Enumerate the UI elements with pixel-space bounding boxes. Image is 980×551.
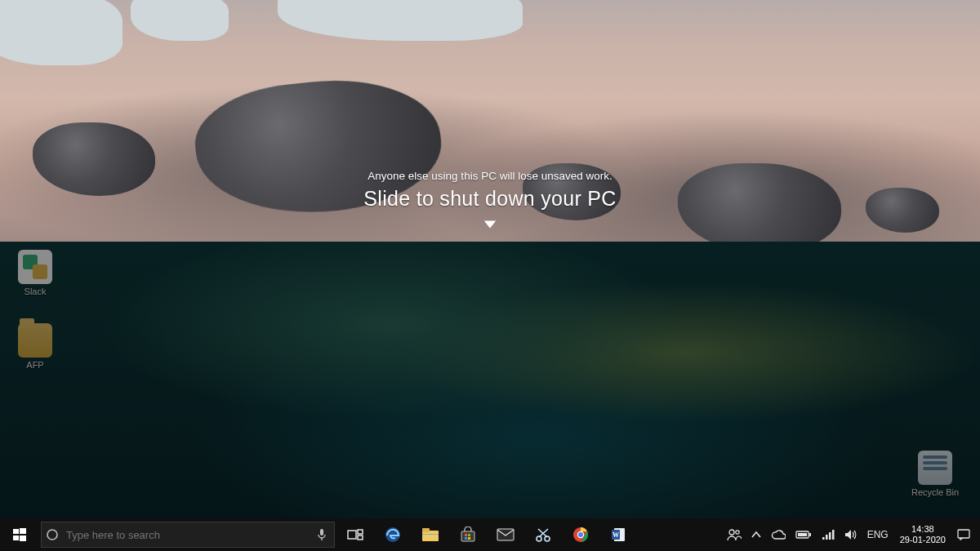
taskbar: W [0,518,980,551]
svg-rect-41 [958,530,969,538]
tray-network[interactable] [817,529,840,540]
mail-button[interactable] [487,518,524,551]
chrome-icon [572,527,589,543]
svg-rect-14 [422,534,439,535]
task-view-button[interactable] [336,518,374,551]
volume-icon [844,529,858,540]
windows-icon [13,528,26,541]
file-explorer-icon [421,527,439,542]
shutdown-warning-text: Anyone else using this PC will lose unsa… [368,170,612,182]
recycle-bin-icon [918,451,952,485]
cortana-icon [42,528,63,541]
chevron-down-icon [483,219,497,230]
chrome-button[interactable] [562,518,599,551]
svg-rect-36 [822,537,825,540]
svg-point-31 [729,530,734,535]
task-view-icon [347,528,363,541]
svg-rect-13 [422,528,430,532]
action-center-button[interactable] [952,529,975,540]
desktop[interactable]: Slack AFP Recycle Bin [0,242,980,518]
edge-button[interactable] [374,518,412,551]
snip-icon [535,527,551,543]
tray-volume[interactable] [840,529,862,540]
desktop-icon-afp-folder[interactable]: AFP [8,323,62,370]
file-explorer-button[interactable] [412,518,449,551]
word-icon: W [610,527,626,543]
word-button[interactable]: W [599,518,637,551]
slack-icon [18,250,52,284]
svg-rect-37 [826,535,828,540]
svg-marker-0 [484,221,496,229]
store-icon [460,527,476,543]
svg-rect-8 [348,531,356,539]
svg-point-27 [578,532,583,537]
svg-point-5 [47,530,57,540]
decorative-rock [278,0,523,41]
system-tray: ENG 14:38 29-01-2020 [722,518,980,551]
snip-button[interactable] [524,518,562,551]
taskbar-search[interactable] [41,522,335,548]
svg-rect-38 [829,532,831,540]
desktop-icon-label: Recycle Bin [908,487,962,497]
tray-time: 14:38 [911,524,934,535]
desktop-icon-slack[interactable]: Slack [8,250,62,296]
svg-rect-6 [320,529,323,535]
tray-onedrive[interactable] [766,530,791,540]
svg-rect-1 [13,529,19,534]
edge-icon [384,526,402,544]
svg-rect-9 [358,530,363,534]
svg-rect-18 [465,537,467,540]
cloud-icon [771,530,786,540]
svg-text:W: W [612,531,619,539]
mail-icon [497,528,514,541]
decorative-rock [131,0,229,41]
battery-icon [795,530,812,540]
tray-date: 29-01-2020 [900,535,946,545]
slide-to-shutdown-panel[interactable]: Anyone else using this PC will lose unsa… [0,0,980,242]
decorative-rock [866,188,939,233]
microsoft-store-button[interactable] [449,518,487,551]
tray-language[interactable]: ENG [862,529,893,540]
start-button[interactable] [0,518,39,551]
folder-icon [18,323,52,358]
svg-rect-10 [358,535,363,540]
svg-rect-20 [497,529,514,540]
svg-rect-3 [13,535,19,540]
search-input[interactable] [63,522,310,547]
desktop-icon-label: AFP [8,360,62,370]
tray-people[interactable] [722,528,746,541]
svg-rect-17 [468,534,470,536]
decorative-rock [33,122,155,196]
svg-point-32 [736,531,739,534]
microphone-icon[interactable] [310,528,334,541]
decorative-rock [678,163,841,253]
chevron-up-icon [751,531,761,539]
svg-rect-39 [832,530,835,540]
tray-overflow[interactable] [746,531,766,539]
svg-rect-16 [465,534,467,536]
shutdown-title-text: Slide to shut down your PC [363,187,616,211]
svg-rect-4 [20,535,26,541]
taskbar-pinned-apps: W [336,518,637,551]
desktop-icon-recycle-bin[interactable]: Recycle Bin [908,451,962,497]
wifi-icon [822,529,835,540]
desktop-icon-label: Slack [8,287,62,296]
svg-rect-19 [468,537,470,540]
notification-icon [957,529,970,540]
decorative-rock [0,0,122,65]
dim-overlay [0,242,980,518]
people-icon [727,528,742,541]
svg-rect-34 [809,533,811,536]
tray-clock[interactable]: 14:38 29-01-2020 [893,524,952,545]
tray-battery[interactable] [791,530,817,540]
svg-marker-40 [845,530,851,540]
svg-rect-2 [20,528,26,534]
svg-rect-35 [798,533,807,536]
